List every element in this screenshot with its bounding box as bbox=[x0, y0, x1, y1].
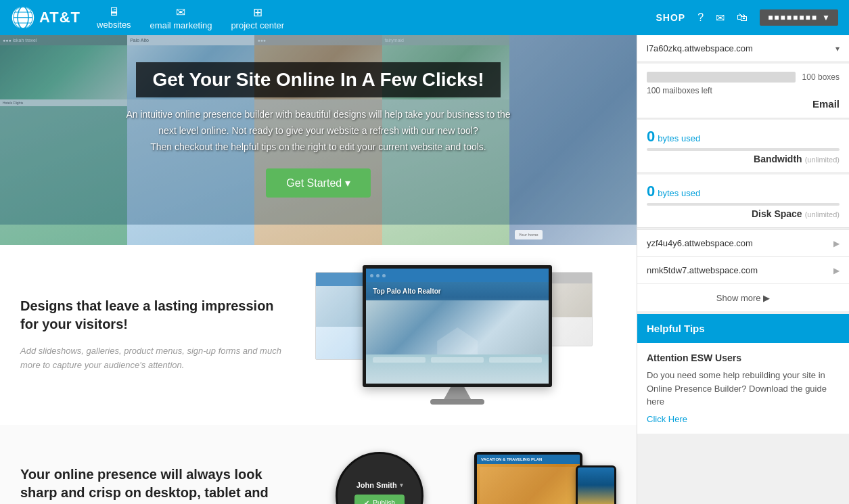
disk-bar bbox=[647, 203, 840, 206]
username-text: ■■■■■■■■ bbox=[768, 13, 818, 22]
mobile-title: Your online presence will always look sh… bbox=[20, 465, 285, 505]
user-name-row: John Smith ▾ bbox=[357, 481, 403, 489]
mobile-illustration: John Smith ▾ ✔ Publish VACATION & TRAVEL… bbox=[298, 445, 616, 504]
disk-section: 0 bytes used Disk Space (unlimited) bbox=[637, 175, 849, 228]
disk-label: Disk Space bbox=[752, 208, 802, 219]
hero-title: Get Your Site Online In A Few Clicks! bbox=[152, 69, 484, 91]
monitor-icon: 🖥 bbox=[108, 5, 120, 19]
disk-unit: bytes used bbox=[658, 188, 700, 198]
mobile-text: Your online presence will always look sh… bbox=[20, 465, 285, 505]
bandwidth-label-row: Bandwidth (unlimited) bbox=[647, 154, 840, 164]
nav-project-center[interactable]: ⊞ project center bbox=[231, 5, 284, 30]
helpful-tips-header: Helpful Tips bbox=[637, 314, 849, 343]
nav-links: 🖥 websites ✉ email marketing ⊞ project c… bbox=[97, 5, 284, 30]
user-chevron-icon: ▾ bbox=[400, 482, 403, 488]
designs-title: Designs that leave a lasting impression … bbox=[20, 297, 285, 334]
disk-label-row: Disk Space (unlimited) bbox=[647, 208, 840, 219]
primary-domain-name: l7a60zkq.attwebspace.com bbox=[647, 43, 753, 53]
other-domain-2-name: nmk5tdw7.attwebspace.com bbox=[647, 265, 758, 275]
publish-check-icon: ✔ bbox=[364, 499, 369, 505]
bag-icon[interactable]: 🛍 bbox=[737, 12, 748, 24]
help-icon[interactable]: ? bbox=[697, 12, 704, 24]
user-profile-circle: John Smith ▾ ✔ Publish bbox=[336, 452, 423, 504]
hero-banner: ●●● lokah travel Hotels Flights Palo Alt… bbox=[0, 35, 637, 245]
mail-icon[interactable]: ✉ bbox=[716, 12, 725, 24]
disk-usage-row: 0 bytes used bbox=[647, 183, 840, 200]
mailbox-left-label: 100 mailboxes left bbox=[647, 86, 840, 95]
user-name-text: John Smith bbox=[357, 481, 397, 489]
get-started-button[interactable]: Get Started ▾ bbox=[266, 168, 370, 198]
nav-email-marketing[interactable]: ✉ email marketing bbox=[150, 5, 212, 30]
websites-label: websites bbox=[97, 20, 131, 30]
hero-overlay: Get Your Site Online In A Few Clicks! An… bbox=[0, 35, 637, 225]
right-sidebar: l7a60zkq.attwebspace.com ▾ 100 boxes 100… bbox=[637, 35, 849, 504]
hero-subtitle-line2: next level online. Not ready to give you… bbox=[158, 125, 478, 136]
hero-subtitle-line1: An intuitive online presence builder wit… bbox=[126, 109, 510, 120]
mailbox-progress-bar bbox=[647, 72, 796, 83]
bandwidth-bar bbox=[647, 148, 840, 151]
email-marketing-label: email marketing bbox=[150, 20, 212, 30]
shop-link[interactable]: SHOP bbox=[656, 12, 686, 23]
bandwidth-zero: 0 bbox=[647, 128, 655, 145]
bandwidth-label: Bandwidth bbox=[754, 154, 802, 164]
section-mobile: Your online presence will always look sh… bbox=[0, 425, 637, 504]
nav-websites[interactable]: 🖥 websites bbox=[97, 5, 131, 30]
email-label: Email bbox=[647, 98, 840, 110]
primary-domain-header[interactable]: l7a60zkq.attwebspace.com ▾ bbox=[637, 35, 849, 62]
mailbox-count-label: 100 boxes bbox=[802, 72, 840, 82]
publish-label: Publish bbox=[373, 499, 395, 505]
other-domain-2-arrow-icon: ▶ bbox=[833, 266, 840, 275]
hero-subtitle-line3: Then checkout the helpful tips on the ri… bbox=[150, 141, 486, 152]
left-content: ●●● lokah travel Hotels Flights Palo Alt… bbox=[0, 35, 637, 504]
email-icon: ✉ bbox=[176, 5, 185, 20]
designs-image: Top Palo Alto Realtor bbox=[298, 265, 616, 405]
click-here-link[interactable]: Click Here bbox=[647, 414, 840, 424]
mailbox-bar-row: 100 boxes bbox=[647, 72, 840, 83]
monitor-screen: Top Palo Alto Realtor bbox=[363, 265, 552, 387]
tablet-headline: VACATION & TRAVELING PLAN bbox=[481, 457, 576, 461]
disk-sublabel: (unlimited) bbox=[805, 210, 840, 219]
helpful-tips-title: Helpful Tips bbox=[647, 323, 705, 334]
show-more-text: Show more ▶ bbox=[716, 293, 770, 303]
monitor-illustration: Top Palo Alto Realtor bbox=[356, 265, 559, 405]
monitor-headline-text: Top Palo Alto Realtor bbox=[366, 282, 549, 300]
attention-desc: Do you need some help rebuilding your si… bbox=[647, 369, 840, 409]
att-globe-icon bbox=[11, 5, 35, 30]
bandwidth-section: 0 bytes used Bandwidth (unlimited) bbox=[637, 120, 849, 173]
device-tablet: VACATION & TRAVELING PLAN bbox=[474, 452, 582, 504]
domain-dropdown-icon: ▾ bbox=[835, 44, 840, 53]
helpful-tips-body: Attention ESW Users Do you need some hel… bbox=[637, 343, 849, 434]
project-center-label: project center bbox=[231, 20, 284, 30]
attention-title: Attention ESW Users bbox=[647, 352, 840, 363]
designs-text: Designs that leave a lasting impression … bbox=[20, 297, 285, 373]
other-domain-1-arrow-icon: ▶ bbox=[833, 239, 840, 248]
att-logo[interactable]: AT&T bbox=[11, 5, 81, 30]
top-nav: AT&T 🖥 websites ✉ email marketing ⊞ proj… bbox=[0, 0, 849, 35]
section-designs: Designs that leave a lasting impression … bbox=[0, 245, 637, 425]
device-phone bbox=[576, 465, 616, 504]
nav-right: SHOP ? ✉ 🛍 ■■■■■■■■ ▼ bbox=[656, 9, 838, 26]
show-more-row[interactable]: Show more ▶ bbox=[637, 283, 849, 311]
bandwidth-usage-row: 0 bytes used bbox=[647, 128, 840, 145]
bandwidth-sublabel: (unlimited) bbox=[805, 156, 840, 164]
att-logo-text: AT&T bbox=[39, 9, 81, 26]
designs-description: Add slideshows, galleries, product menus… bbox=[20, 344, 285, 373]
other-domain-2[interactable]: nmk5tdw7.attwebspace.com ▶ bbox=[637, 256, 849, 283]
publish-button[interactable]: ✔ Publish bbox=[354, 495, 405, 505]
main-layout: ●●● lokah travel Hotels Flights Palo Alt… bbox=[0, 35, 849, 504]
other-domain-1-name: yzf4u4y6.attwebspace.com bbox=[647, 238, 753, 248]
grid-icon: ⊞ bbox=[253, 5, 262, 20]
hero-title-box: Get Your Site Online In A Few Clicks! bbox=[136, 62, 500, 97]
mailboxes-section: 100 boxes 100 mailboxes left Email bbox=[637, 64, 849, 118]
other-domain-1[interactable]: yzf4u4y6.attwebspace.com ▶ bbox=[637, 229, 849, 256]
user-dropdown-button[interactable]: ■■■■■■■■ ▼ bbox=[760, 9, 838, 26]
bandwidth-unit: bytes used bbox=[658, 133, 700, 143]
disk-zero: 0 bbox=[647, 183, 655, 200]
hero-subtitle: An intuitive online presence builder wit… bbox=[41, 107, 596, 155]
dropdown-chevron-icon: ▼ bbox=[822, 13, 830, 22]
